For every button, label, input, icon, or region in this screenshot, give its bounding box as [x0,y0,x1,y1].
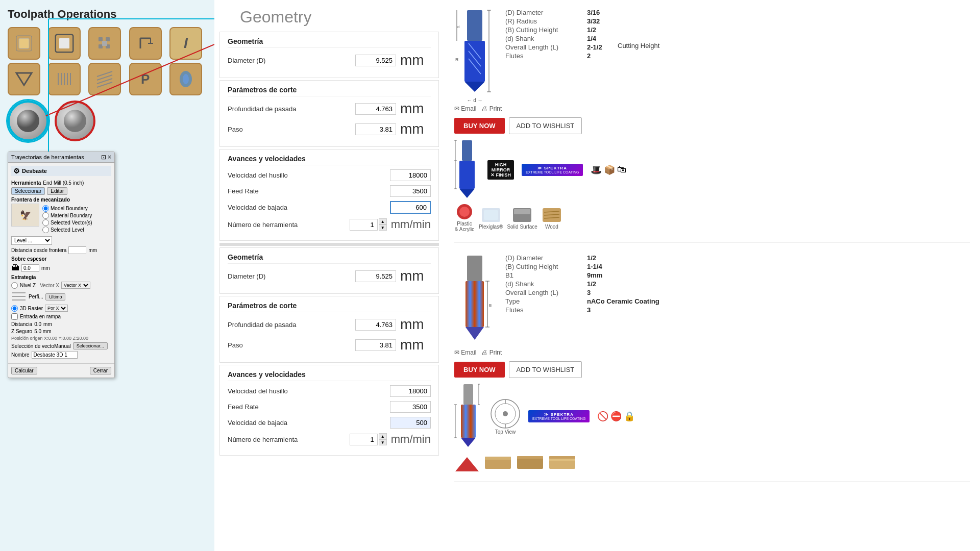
calcular-btn[interactable]: Calcular [11,367,37,374]
buy-now-btn-1[interactable]: BUY NOW [454,118,505,134]
spinner-down-1[interactable]: ▼ [379,224,387,231]
vector-select[interactable]: Vector X [61,282,90,289]
edit-tool-btn[interactable]: Editar [47,187,67,195]
spindle-input-1[interactable] [390,169,431,181]
tray-close[interactable]: × [108,154,111,161]
tool-drilling[interactable] [88,27,121,60]
plunge-label-1: Velocidad de bajada [228,204,386,211]
tool-profile[interactable] [48,27,81,60]
posicion-text: Posición origen X:0.00 Y:0.00 Z:20.00 [11,336,111,341]
tool-num-input-2[interactable] [350,434,378,445]
svg-rect-6 [99,37,103,41]
ultimo-btn[interactable]: Ultimo [45,293,66,300]
tool-pocket[interactable] [8,27,40,60]
radio-material[interactable] [42,212,49,219]
svg-point-32 [17,110,39,132]
radio-3d-raster[interactable] [11,305,18,312]
spec-row-2-2: (B) Cutting Height 1-1/4 [505,263,659,270]
paso-unit-2: mm [400,337,431,353]
tool-v-carve[interactable] [8,63,40,95]
diameter-input-1[interactable] [355,55,396,66]
tray-resize[interactable]: ⊡ [101,154,106,161]
spinner-down-2[interactable]: ▼ [379,439,387,445]
radio-level[interactable] [42,227,49,233]
tool-num-spinner-1[interactable]: ▲ ▼ [379,218,387,231]
email-link-1[interactable]: ✉ Email [454,105,476,112]
plunge-input-1[interactable] [390,201,431,214]
tool-spec-1: R d ← d → (D) Diameter 3/16 (R) Radius 3… [454,8,970,243]
tray-header: Trayectorias de herramientas ⊡ × [8,152,114,163]
tool-p[interactable]: P [129,63,162,95]
tool-num-label-2: Número de herramienta [228,436,346,443]
speeds-title-1: Avances y velocidades [228,155,431,165]
buy-now-btn-2[interactable]: BUY NOW [454,362,505,378]
wishlist-btn-1[interactable]: ADD TO WISHLIST [509,117,582,134]
spindle-input-2[interactable] [390,385,431,397]
distance-input[interactable] [68,246,86,254]
seleccionar-btn[interactable]: Seleccionar... [73,342,108,349]
wood-shape-3 [548,454,576,473]
tool-small-svg-2 [454,383,482,449]
paso-label-1: Paso [228,126,351,133]
entrada-check[interactable] [11,313,18,320]
tool-texture[interactable] [88,63,121,95]
wishlist-btn-2[interactable]: ADD TO WISHLIST [509,361,582,378]
cut-params-title-2: Parámetros de corte [228,302,431,312]
sobre-row: 🏔 mm [11,263,111,272]
material-icons-2 [454,454,970,473]
spinner-up-2[interactable]: ▲ [379,433,387,439]
svg-rect-43 [464,41,485,82]
depth-label-1: Profundidad de pasada [228,105,351,113]
depth-label-2: Profundidad de pasada [228,321,351,329]
depth-input-2[interactable] [355,319,396,331]
solid-surface: Solid Surface [507,206,537,230]
feed-input-2[interactable] [390,401,431,413]
radio-vector[interactable] [42,219,49,226]
svg-rect-8 [99,44,103,48]
tool-hatch[interactable] [48,63,81,95]
radio-group: Model Boundary Material Boundary Selecte… [42,205,92,234]
circle-tool-2[interactable] [55,101,95,141]
nombre-input[interactable] [32,351,78,359]
estrategia-label: Estrategia [11,274,111,280]
spinner-up-1[interactable]: ▲ [379,218,387,224]
spec-row-2-5: Overall Length (L) 3 [505,289,659,296]
frontera-label: Frontera de mecanizado [11,197,111,203]
tool-crane[interactable] [129,27,162,60]
red-shape-svg [454,455,480,472]
geometry-title: Geometry [219,0,439,32]
diameter-input-2[interactable] [355,270,396,282]
plunge-input-2[interactable] [390,417,431,429]
wood2-svg [516,454,544,471]
tool-lathe[interactable] [169,63,202,95]
level-select[interactable]: Level ... [11,236,52,245]
tool-num-spinner-2[interactable]: ▲ ▼ [379,433,387,445]
svg-rect-73 [465,281,484,327]
paso-label-2: Paso [228,341,351,349]
svg-point-31 [183,74,189,84]
wood-icon [542,206,562,224]
tool-text[interactable]: I [169,27,202,60]
plunge-label-2: Velocidad de bajada [228,419,386,427]
feed-label-1: Feed Rate [228,187,386,195]
print-link-1[interactable]: 🖨 Print [481,105,502,112]
cerrar-btn[interactable]: Cerrar [90,367,111,374]
print-link-2[interactable]: 🖨 Print [481,349,502,356]
depth-input-1[interactable] [355,103,396,115]
tool-num-label-1: Número de herramienta [228,221,346,229]
email-print-1: ✉ Email 🖨 Print [454,105,970,112]
radio-nivel-z[interactable] [11,282,18,289]
email-link-2[interactable]: ✉ Email [454,349,476,356]
paso-input-1[interactable] [355,123,396,135]
paso-unit-1: mm [400,121,431,137]
feed-input-1[interactable] [390,185,431,197]
svg-rect-67 [514,209,530,214]
select-tool-btn[interactable]: Seleccionar [11,187,45,195]
circle-tool-1[interactable] [8,101,48,141]
tool-num-input-1[interactable] [350,219,378,231]
raster-select[interactable]: Por X [45,305,68,312]
paso-input-2[interactable] [355,339,396,351]
sobre-input[interactable] [21,264,39,272]
tool-grid: I P [8,27,207,95]
radio-model[interactable] [42,205,49,212]
